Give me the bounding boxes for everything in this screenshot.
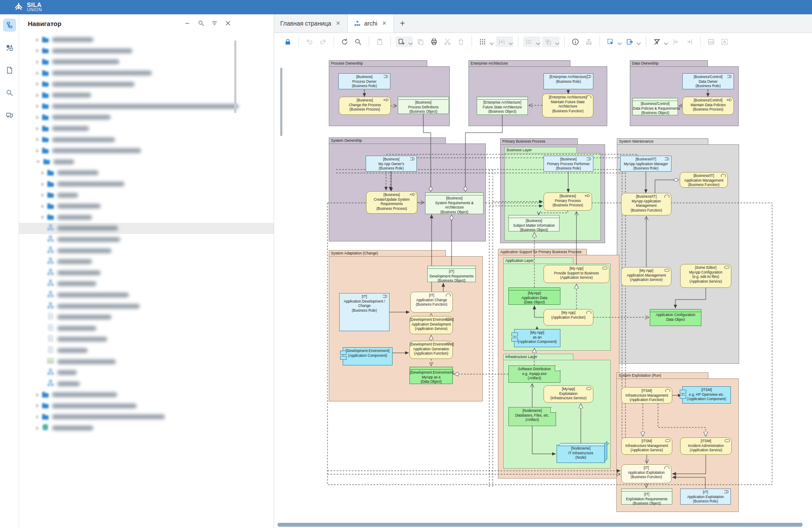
diagram-node[interactable]: [My App]Application Management(Applicati…: [621, 267, 671, 286]
expand-chevron-icon[interactable]: [36, 404, 39, 407]
diagram-node[interactable]: [Enterprise Architecture]Maintain Future…: [542, 94, 593, 117]
tree-item[interactable]: [19, 145, 274, 156]
filter-off-button[interactable]: [651, 36, 668, 47]
tree-item[interactable]: [19, 423, 274, 434]
rail-button-comments-icon[interactable]: [3, 109, 16, 122]
diagram-node[interactable]: [IT]Exploitation Requirements(Business O…: [621, 489, 672, 505]
diagram-node[interactable]: [My App](Application Function): [544, 309, 593, 326]
expand-chevron-icon[interactable]: [36, 149, 39, 153]
diagram-node[interactable]: [IT]Application Development /Change(Busi…: [339, 293, 390, 331]
diagram-node[interactable]: [Business]Create/Update SystemRequiremen…: [366, 191, 417, 214]
diagram-node[interactable]: [Enterprise Architecture]Future State Ar…: [477, 97, 528, 115]
diagram-node[interactable]: [Business/IT]MyApp ApplicationManagement…: [621, 193, 671, 215]
diagram-canvas[interactable]: Process OwnershipEnterprise Architecture…: [274, 50, 812, 528]
diagram-node[interactable]: [Development Environment]Application Gen…: [409, 341, 453, 359]
tree-item[interactable]: [19, 367, 274, 378]
tree-item[interactable]: [19, 201, 274, 212]
tree-item[interactable]: [19, 112, 274, 123]
diagram-node[interactable]: [Development Environment]MyApp as a(Data…: [409, 367, 453, 384]
tree-item[interactable]: [19, 123, 274, 134]
chevron-down-icon[interactable]: [534, 39, 539, 44]
expand-chevron-icon[interactable]: [36, 104, 39, 108]
chevron-down-icon[interactable]: [507, 39, 511, 44]
diagram-node[interactable]: [Business]Process Definitions(Business O…: [398, 97, 449, 114]
expand-chevron-icon[interactable]: [36, 49, 39, 52]
diagram-node[interactable]: [Business/Control]Maintain Data Policies…: [682, 97, 734, 115]
add-object-button[interactable]: [396, 36, 413, 47]
chevron-down-icon[interactable]: [488, 39, 492, 44]
tree-item[interactable]: [19, 401, 274, 412]
expand-chevron-icon[interactable]: [36, 82, 39, 86]
expand-chevron-icon[interactable]: [36, 72, 39, 75]
refresh-button[interactable]: [339, 36, 350, 47]
diagram-node[interactable]: [MyApp]Exploitation(Infrastructure Servi…: [544, 385, 593, 403]
diagram-node[interactable]: [Business/IT]Application Management(Busi…: [680, 172, 728, 188]
diagram-node[interactable]: Software Distributione.g. myapp.exe(Arti…: [508, 365, 560, 383]
expand-chevron-icon[interactable]: [36, 138, 39, 141]
expand-chevron-icon[interactable]: [36, 393, 39, 397]
tab-archi-close-icon[interactable]: ✕: [381, 20, 387, 26]
tree-item[interactable]: [19, 300, 274, 312]
diagram-node[interactable]: [IT]Application Exploitation(Business Fu…: [621, 464, 671, 483]
tab-archi[interactable]: archi ✕: [348, 14, 394, 33]
rail-button-navigator-tree-icon[interactable]: [3, 19, 16, 32]
expand-chevron-icon[interactable]: [42, 183, 44, 186]
expand-chevron-icon[interactable]: [42, 171, 44, 175]
diagram-node[interactable]: [ITSM]e.g. HP Openview etc.(Application …: [682, 386, 731, 404]
tree-item[interactable]: [19, 411, 274, 423]
tree-item[interactable]: [19, 267, 274, 278]
export-button[interactable]: [624, 36, 641, 47]
diagram-node[interactable]: [Business]Primary Process Performer(Busi…: [544, 156, 593, 172]
tree-item[interactable]: [19, 189, 274, 201]
select-mode-button[interactable]: [605, 36, 622, 47]
expand-chevron-icon[interactable]: [36, 94, 39, 97]
tab-home-close-icon[interactable]: ✕: [335, 20, 341, 26]
diagram-node[interactable]: [Business/Control]Data Policies & Requir…: [632, 98, 678, 115]
diagram-node[interactable]: [MyApp]Application Data(Data Object): [508, 287, 560, 305]
diagram-node[interactable]: [ITSM]Incident Administration(Applicatio…: [680, 437, 732, 455]
navigator-search-icon[interactable]: [197, 20, 205, 27]
diagram-node[interactable]: [My App]Provide Support to Business(Appl…: [544, 265, 609, 283]
diagram-node[interactable]: [Business]Change the Process(Business Pr…: [339, 97, 391, 115]
diagram-node[interactable]: [Business]Subject Matter Information(Bus…: [508, 215, 560, 231]
new-tab-button[interactable]: +: [394, 14, 411, 33]
canvas-vertical-scrollbar[interactable]: [280, 68, 282, 136]
tree-item[interactable]: [19, 290, 274, 301]
tree-item[interactable]: [19, 212, 274, 223]
tree-item-selected[interactable]: [19, 223, 274, 234]
expand-chevron-icon[interactable]: [36, 427, 39, 430]
diagram-node[interactable]: Application ConfigurationData Object: [650, 309, 701, 326]
tree-item[interactable]: [19, 312, 274, 323]
diagram-node[interactable]: [IT]Application Change(Business Function…: [410, 292, 453, 313]
tree-item[interactable]: [19, 167, 274, 179]
expand-chevron-icon[interactable]: [36, 161, 40, 163]
diagram-node[interactable]: [Business/IT]MyApp Application Manager(B…: [620, 156, 671, 172]
tree-item[interactable]: [19, 389, 274, 401]
diagram-node[interactable]: [IT]Application Exploitation(Business Ro…: [680, 489, 731, 505]
diagram-node[interactable]: [Business]My App Owner's(Business Role): [366, 156, 417, 172]
tree-item[interactable]: [19, 179, 274, 190]
diagram-node[interactable]: [My App]as an(Application Component): [514, 329, 560, 347]
rail-button-search-icon[interactable]: [3, 86, 16, 99]
diagram-node[interactable]: [Development Environment](Application Co…: [343, 347, 393, 365]
diagram-node[interactable]: [Development Environment]Application Dev…: [409, 316, 453, 334]
expand-chevron-icon[interactable]: [36, 415, 39, 419]
info-button[interactable]: [570, 36, 581, 47]
expand-chevron-icon[interactable]: [42, 205, 44, 208]
tree-item[interactable]: [19, 356, 274, 367]
diagram-node[interactable]: [Business/Control]Data Owner(Business Ro…: [682, 73, 734, 89]
diagram-node[interactable]: [Some Editor]MyApp Configuration(e.g. ed…: [680, 264, 731, 288]
rail-button-document-icon[interactable]: [3, 64, 16, 77]
expand-chevron-icon[interactable]: [36, 116, 39, 119]
diagram-node[interactable]: [Nodename]IT Infrastructure(Node): [557, 445, 605, 463]
navigator-filter-icon[interactable]: [211, 20, 219, 27]
tab-home[interactable]: Главная страница ✕: [274, 14, 348, 33]
chevron-down-icon[interactable]: [553, 39, 558, 44]
tree-item[interactable]: [19, 278, 274, 290]
tree-item[interactable]: [19, 234, 274, 245]
zoom-search-button[interactable]: [352, 36, 364, 47]
print-button[interactable]: [428, 36, 440, 47]
expand-chevron-icon[interactable]: [36, 127, 39, 130]
rail-button-shapes-icon[interactable]: [3, 41, 16, 54]
tree-item[interactable]: [19, 378, 274, 389]
